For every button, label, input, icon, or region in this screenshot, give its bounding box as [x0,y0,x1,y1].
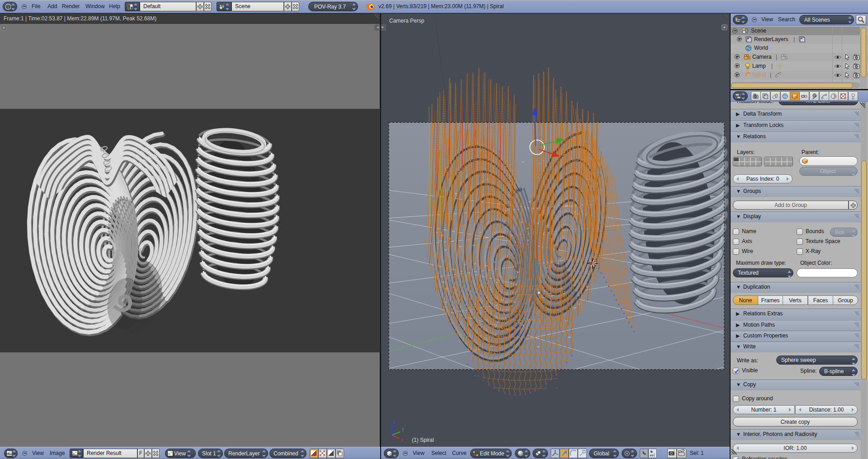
svg-text:i: i [8,5,9,9]
svg-text:x: x [401,437,403,442]
svg-text:z: z [393,419,395,424]
svg-text:y: y [402,426,404,431]
